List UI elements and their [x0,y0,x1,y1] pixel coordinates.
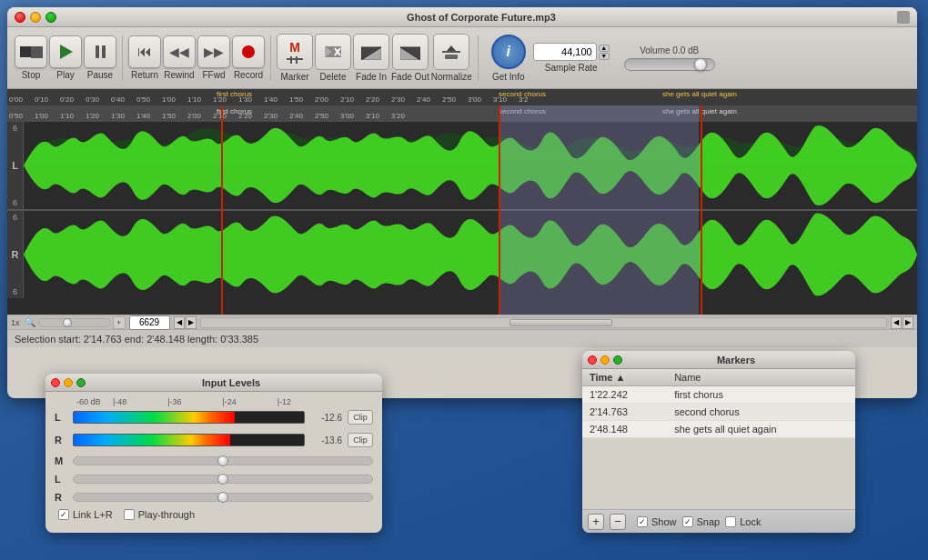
slider-row-m: M [55,453,373,469]
pause-label: Pause [87,70,113,80]
waveform-area[interactable]: 0'50 1'00 1'10 1'20 1'30 1'40 1'50 2'00 … [7,105,917,315]
svg-text:3'10: 3'10 [366,112,379,120]
timeline-ruler-bottom: 0'50 1'00 1'10 1'20 1'30 1'40 1'50 2'00 … [7,105,917,122]
delete-button[interactable] [315,34,351,70]
sample-rate-down[interactable]: ▼ [599,53,610,60]
pause-button[interactable] [84,35,116,68]
marker-group: M Marker [277,34,313,82]
slider-m-label: M [55,455,67,466]
zoom-slider-thumb [63,318,72,327]
normalize-button[interactable] [433,34,469,70]
slider-l-track[interactable] [73,475,373,484]
play-through-checkbox[interactable] [124,509,135,520]
channel-l-db-top: 6 [13,124,17,133]
zoom-controls: 🔍 + [24,316,126,329]
title-bar: Ghost of Corporate Future.mp3 [7,7,917,27]
waveform-r-svg [24,211,917,298]
return-label: Return [131,70,158,80]
marker-time-2: 2'14.763 [582,404,667,421]
fadein-icon [361,44,381,60]
snap-checkbox[interactable] [682,516,693,527]
svg-text:1'00: 1'00 [162,95,176,104]
show-checkbox[interactable] [637,516,648,527]
link-lr-item[interactable]: Link L+R [58,509,113,520]
sample-rate-input[interactable] [533,43,597,61]
waveform-l-svg [24,122,917,209]
clip-button-r[interactable]: Clip [348,433,373,447]
markers-max[interactable] [613,355,622,365]
svg-rect-1 [290,56,292,64]
svg-rect-11 [442,51,460,53]
scroll-bar: 1x 🔍 + ◀ ▶ ◀ ▶ [7,315,917,329]
minimize-button[interactable] [30,12,41,23]
markers-close[interactable] [588,355,597,365]
link-lr-checkbox[interactable] [58,509,69,520]
ffwd-icon: ▶▶ [204,45,224,59]
svg-text:2'50: 2'50 [442,95,456,104]
nav-right-arrow[interactable]: ▶ [186,316,197,329]
stop-button[interactable] [15,35,47,68]
svg-rect-0 [287,58,303,60]
get-info-button[interactable]: i [491,35,526,69]
play-through-item[interactable]: Play-through [124,509,195,520]
lock-option: Lock [725,516,761,527]
svg-text:3'20: 3'20 [391,112,405,120]
slider-r-track[interactable] [73,493,373,502]
sample-rate-control: ▲ ▼ Sample Rate [533,43,610,73]
level-bar-r [74,435,230,445]
clip-button-l[interactable]: Clip [348,410,373,425]
input-levels-title-bar: Input Levels [45,374,382,392]
position-input[interactable] [129,315,170,330]
markers-footer: + − Show Snap Lock [582,509,855,533]
play-through-label: Play-through [138,509,195,520]
input-levels-min[interactable] [64,378,73,387]
zoom-out-icon[interactable]: 🔍 [24,316,36,329]
scroll-end-right[interactable]: ▶ [903,316,913,329]
remove-marker-button[interactable]: − [610,514,626,530]
input-levels-traffic-lights [51,378,86,387]
maximize-button[interactable] [45,12,56,23]
marker-row-2[interactable]: 2'14.763 second chorus [582,404,855,421]
lock-checkbox[interactable] [725,516,736,527]
clip-label-l: Clip [353,413,368,422]
level-value-r: -13.6 [310,435,342,445]
channel-l-label: L [12,160,18,171]
scroll-end-left[interactable]: ◀ [891,316,902,329]
marker-time-1: 1'22.242 [582,386,667,404]
slider-m-track[interactable] [73,456,373,465]
add-marker-button[interactable]: + [588,514,604,530]
fadeout-button[interactable] [392,34,429,70]
svg-text:2'40: 2'40 [289,112,303,120]
return-button[interactable]: ⏮ [128,35,161,68]
marker-row-3[interactable]: 2'48.148 she gets all quiet again [582,421,855,438]
input-levels-close[interactable] [51,378,60,387]
sample-rate-up[interactable]: ▲ [599,45,610,52]
volume-slider[interactable] [624,58,715,71]
rewind-button[interactable]: ◀◀ [163,35,196,68]
svg-text:2'50: 2'50 [315,112,328,120]
zoom-fit-button[interactable]: + [113,316,126,329]
col-name-header[interactable]: Name [667,369,855,386]
volume-area: Volume 0.0 dB [624,45,715,71]
markers-min[interactable] [600,355,610,365]
status-text: Selection start: 2'14.763 end: 2'48.148 … [15,334,258,345]
marker-button[interactable]: M [277,34,313,70]
fadeout-label: Fade Out [391,72,429,82]
fadein-button[interactable] [353,34,389,70]
play-button[interactable] [49,35,82,68]
ffwd-button[interactable]: ▶▶ [197,35,230,68]
svg-text:1'40: 1'40 [264,95,277,104]
nav-left-arrow[interactable]: ◀ [174,316,185,329]
zoom-icon[interactable] [897,11,910,24]
h-scrollbar[interactable] [200,317,887,328]
close-button[interactable] [15,12,25,23]
col-time-header[interactable]: Time ▲ [582,369,667,386]
level-r-label: R [55,435,67,445]
record-button[interactable] [232,35,265,68]
input-levels-max[interactable] [76,378,86,387]
zoom-slider[interactable] [38,318,111,327]
svg-text:1'30: 1'30 [111,112,125,120]
fadein-group: Fade In [353,34,389,82]
stop-label: Stop [22,70,41,80]
marker-row-1[interactable]: 1'22.242 first chorus [582,386,855,404]
